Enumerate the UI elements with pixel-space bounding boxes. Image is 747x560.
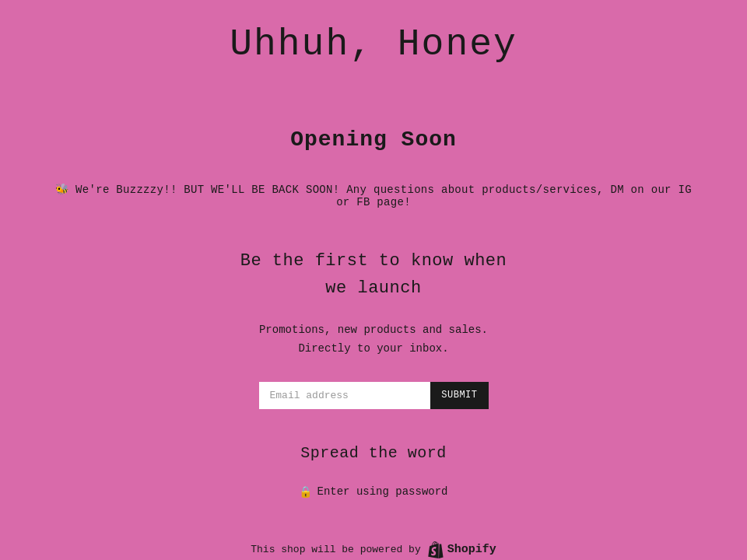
shopify-bag-icon (427, 541, 444, 558)
announcement-text: 🐝 We're Buzzzzy!! BUT WE'LL BE BACK SOON… (31, 183, 716, 208)
promo-line2: Directly to your inbox. (259, 340, 488, 359)
password-link-label: Enter using password (317, 485, 447, 498)
shopify-logo: Shopify (427, 541, 496, 558)
promo-line1: Promotions, new products and sales. (259, 321, 488, 340)
email-signup-form[interactable]: SUBMIT (259, 382, 489, 409)
tagline-line1: Be the first to know when (240, 247, 507, 275)
submit-button[interactable]: SUBMIT (430, 382, 488, 409)
opening-soon-heading: Opening Soon (290, 128, 457, 152)
spread-the-word-label: Spread the word (300, 444, 447, 462)
powered-by-section: This shop will be powered by Shopify (251, 541, 496, 558)
site-title: Uhhuh, Honey (230, 23, 517, 65)
tagline-line2: we launch (240, 275, 507, 302)
shopify-label: Shopify (447, 543, 496, 556)
powered-by-text: This shop will be powered by (251, 544, 420, 555)
email-input[interactable] (259, 382, 431, 409)
password-link[interactable]: 🔒 Enter using password (299, 485, 447, 499)
promo-text-block: Promotions, new products and sales. Dire… (259, 321, 488, 359)
lock-icon: 🔒 (299, 485, 312, 499)
tagline-block: Be the first to know when we launch (240, 247, 507, 302)
